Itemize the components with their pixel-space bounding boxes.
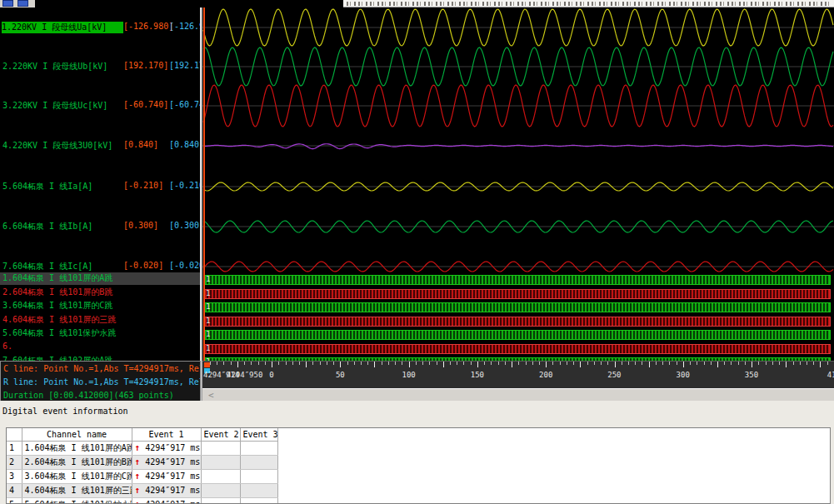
- event-channel-name: 4.604柘泉 I 线101屏的三跳: [22, 483, 132, 497]
- cursor-value-r: [0.300]: [169, 221, 200, 230]
- event-table-row[interactable]: 55.604柘泉 I 线101保护永跳↑4294″917 ms: [7, 497, 830, 504]
- axis-tick: [518, 362, 519, 365]
- cursor-value-c: [0.300]: [123, 221, 158, 230]
- axis-tick: [217, 362, 217, 365]
- analog-channel-row[interactable]: 5.604柘泉 I 线Ia[A][-0.210][-0.210]: [0, 181, 200, 192]
- scroll-left-icon[interactable]: <: [208, 390, 214, 401]
- event-row-filler: [277, 483, 830, 497]
- event-table-header: Event 3: [240, 428, 277, 441]
- axis-tick: [546, 362, 547, 367]
- event-1-cell: ↑4294″917 ms: [132, 497, 201, 504]
- axis-tick: [635, 362, 636, 365]
- axis-tick: [340, 362, 341, 367]
- analog-waveform-plot[interactable]: [202, 7, 834, 275]
- event-row-number: 1: [7, 441, 22, 455]
- digital-channel-label[interactable]: 5.604柘泉 I 线101保护永跳: [2, 328, 116, 337]
- analog-channel-label[interactable]: 5.604柘泉 I 线Ia[A]: [2, 181, 92, 192]
- axis-tick: [552, 362, 553, 365]
- cursor-value-c: [-0.020]: [123, 261, 163, 270]
- event-channel-name: 1.604柘泉 I 线101屏的A跳: [22, 441, 132, 455]
- titlebar-fragment-right: [343, 0, 834, 7]
- axis-tick: [388, 362, 389, 365]
- digital-trace-bar[interactable]: 1: [204, 302, 831, 312]
- digital-channel-label[interactable]: 4.604柘泉 I 线101屏的三跳: [2, 315, 116, 324]
- time-cursor-line[interactable]: [203, 7, 205, 361]
- digital-channel-row[interactable]: 4.604柘泉 I 线101屏的三跳: [0, 314, 200, 327]
- axis-tick: [711, 362, 712, 365]
- digital-channel-row[interactable]: 3.604柘泉 I 线101屏的C跳: [0, 300, 200, 312]
- analog-channel-row[interactable]: 3.220KV I 段母线Uc[kV][-60.740][-60.740]: [0, 100, 200, 112]
- titlebar-fragment-left: [0, 0, 35, 7]
- digital-trace-plot[interactable]: 1111111: [202, 275, 834, 361]
- analog-channel-row[interactable]: 4.220KV I 段母线3U0[kV][0.840][0.840]: [0, 140, 200, 152]
- event-table-row[interactable]: 11.604柘泉 I 线101屏的A跳↑4294″917 ms: [7, 441, 830, 455]
- event-row-filler: [277, 441, 830, 455]
- axis-tick-label: 100: [402, 371, 415, 379]
- axis-tick: [738, 362, 739, 365]
- axis-tick: [265, 362, 266, 365]
- axis-tick: [429, 362, 430, 365]
- analog-channel-row[interactable]: 1.220KV I 段母线Ua[kV][-126.980][-126.980]: [0, 22, 200, 33]
- digital-channel-row[interactable]: 2.604柘泉 I 线101屏的B跳: [0, 287, 200, 299]
- window-icon-1[interactable]: [2, 0, 13, 7]
- digital-trace-bar[interactable]: 1: [204, 275, 831, 285]
- analog-channel-row[interactable]: 6.604柘泉 I 线Ib[A][0.300][0.300]: [0, 221, 200, 232]
- axis-tick: [779, 362, 780, 365]
- axis-tick: [402, 362, 402, 365]
- axis-tick: [820, 362, 821, 367]
- digital-channel-label[interactable]: 3.604柘泉 I 线101屏的C跳: [2, 301, 112, 310]
- analog-channel-label[interactable]: 4.220KV I 段母线3U0[kV]: [2, 140, 112, 152]
- digital-channel-row[interactable]: 5.604柘泉 I 线101保护永跳: [0, 327, 200, 340]
- axis-tick: [450, 362, 451, 365]
- analog-channel-label[interactable]: 3.220KV I 段母线Uc[kV]: [2, 100, 107, 112]
- axis-tick: [354, 362, 355, 365]
- axis-tick: [567, 362, 567, 365]
- rising-edge-icon: ↑: [135, 457, 141, 467]
- axis-tick: [382, 362, 382, 365]
- cursor-value-c: [-0.210]: [123, 181, 163, 190]
- axis-tick: [347, 362, 348, 365]
- axis-tick: [807, 362, 807, 365]
- analog-channel-label[interactable]: 6.604柘泉 I 线Ib[A]: [2, 221, 92, 232]
- event-row-number: 3: [7, 469, 22, 483]
- axis-tick: [512, 362, 512, 367]
- digital-state-value: 1: [206, 344, 210, 352]
- event-table-row[interactable]: 44.604柘泉 I 线101屏的三跳↑4294″917 ms: [7, 483, 830, 497]
- event-time: 4294″917 ms: [145, 472, 200, 481]
- axis-tick: [443, 362, 444, 367]
- event-table-row[interactable]: 33.604柘泉 I 线101屏的C跳↑4294″917 ms: [7, 469, 830, 483]
- digital-channel-label[interactable]: 2.604柘泉 I 线101屏的B跳: [2, 287, 112, 297]
- digital-trace-bar[interactable]: 1: [204, 289, 831, 299]
- cursor-value-c: [0.840]: [123, 140, 158, 149]
- event-1-cell: ↑4294″917 ms: [132, 469, 201, 483]
- axis-tick: [786, 362, 787, 367]
- digital-channel-label[interactable]: 1.604柘泉 I 线101屏的A跳: [2, 273, 112, 282]
- analog-channel-row[interactable]: 2.220KV I 段母线Ub[kV][192.170][192.170]: [0, 61, 200, 72]
- digital-state-value: 1: [206, 275, 210, 283]
- analog-channel-label[interactable]: 1.220KV I 段母线Ua[kV]: [2, 22, 123, 33]
- digital-trace-bar[interactable]: 1: [204, 344, 831, 354]
- digital-trace-bar[interactable]: 1: [204, 330, 831, 340]
- event-2-cell: [201, 455, 240, 469]
- event-table-row[interactable]: 22.604柘泉 I 线101屏的B跳↑4294″917 ms: [7, 455, 830, 469]
- axis-tick: [704, 362, 705, 365]
- axis-tick: [731, 362, 732, 365]
- horizontal-scrollbar[interactable]: <: [202, 388, 834, 401]
- c-line-status: C line: Point No.=1,Abs T=4294917ms, Rel…: [3, 364, 201, 373]
- digital-channel-row[interactable]: 1.604柘泉 I 线101屏的A跳: [0, 272, 200, 285]
- digital-trace-bar[interactable]: 1: [204, 317, 831, 327]
- axis-tick: [244, 362, 245, 365]
- axis-tick: [642, 362, 642, 365]
- digital-channel-row[interactable]: 6.: [0, 342, 200, 354]
- digital-event-table: Channel nameEvent 1Event 2Event 3 11.604…: [7, 428, 830, 504]
- event-time: 4294″917 ms: [145, 443, 200, 452]
- event-time: 4294″917 ms: [145, 500, 200, 504]
- axis-tick: [587, 362, 588, 365]
- analog-channel-label[interactable]: 7.604柘泉 I 线Ic[A]: [2, 261, 92, 272]
- digital-channel-label[interactable]: 6.: [2, 342, 12, 351]
- analog-channel-label[interactable]: 2.220KV I 段母线Ub[kV]: [2, 61, 107, 72]
- event-3-cell: [240, 469, 277, 483]
- window-icon-2[interactable]: [17, 0, 28, 7]
- axis-tick: [526, 362, 527, 365]
- analog-channel-row[interactable]: 7.604柘泉 I 线Ic[A][-0.020][-0.020]: [0, 261, 200, 272]
